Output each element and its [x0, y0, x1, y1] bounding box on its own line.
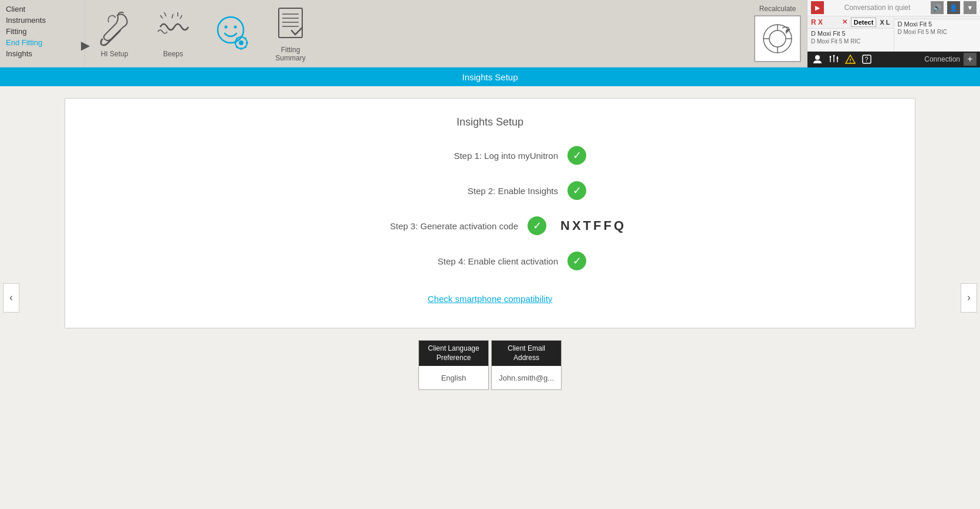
- rx-side: R X ✕ Detect X L D Moxi Fit 5 D Moxi Fit…: [807, 16, 894, 51]
- record-icon[interactable]: ▶: [811, 1, 824, 14]
- email-card-header: Client Email Address: [492, 341, 561, 366]
- right-panel-top: ▶ Conversation in quiet 🔊 👤 ▼: [807, 0, 980, 16]
- email-card-body: John.smith@g...: [492, 366, 561, 389]
- step3-row: Step 3: Generate activation code ✓ NXTFF…: [89, 216, 891, 235]
- volume-icon[interactable]: 🔊: [931, 1, 944, 14]
- fitting-summary-nav[interactable]: FittingSummary: [273, 5, 308, 62]
- hi-setup-label: HI Setup: [101, 50, 129, 58]
- insights-setup-card: Insights Setup Step 1: Log into myUnitro…: [65, 98, 915, 328]
- device-r-sub: D Moxi Fit 5 M RIC: [807, 38, 894, 45]
- right-panel-bottom: ? Connection +: [807, 52, 980, 67]
- language-card-header: Client Language Preference: [419, 341, 488, 366]
- nav-prev-button[interactable]: ‹: [3, 283, 19, 313]
- svg-point-40: [850, 62, 851, 63]
- dropdown-icon[interactable]: ▼: [964, 1, 976, 14]
- main-content: ‹ › Insights Setup Step 1: Log into myUn…: [0, 86, 980, 509]
- svg-point-37: [833, 55, 835, 57]
- recalculate-area[interactable]: Recalculate: [754, 5, 801, 62]
- step2-check: ✓: [567, 181, 586, 200]
- hi-setup-nav[interactable]: HI Setup: [97, 9, 132, 58]
- language-card-body: English: [419, 366, 488, 389]
- recalculate-button[interactable]: [754, 15, 801, 62]
- blue-bar-title: Insights Setup: [462, 72, 518, 82]
- nav-instruments[interactable]: Instruments: [6, 15, 79, 26]
- add-connection-button[interactable]: +: [964, 53, 976, 66]
- svg-point-6: [225, 25, 228, 28]
- step2-row: Step 2: Enable Insights ✓: [89, 181, 891, 200]
- insights-nav[interactable]: [214, 13, 249, 54]
- nav-next-button[interactable]: ›: [961, 283, 977, 313]
- step3-label: Step 3: Generate activation code: [354, 221, 518, 231]
- svg-point-38: [837, 57, 839, 59]
- bottom-section: Client Language Preference English Clien…: [12, 340, 968, 390]
- svg-point-29: [815, 55, 820, 60]
- warning-icon[interactable]: [844, 53, 857, 66]
- rx-header: R X ✕ Detect X L: [807, 16, 894, 29]
- svg-point-7: [234, 25, 237, 28]
- step1-row: Step 1: Log into myUnitron ✓: [89, 146, 891, 165]
- svg-rect-18: [279, 8, 302, 38]
- insights-card-title: Insights Setup: [89, 116, 891, 128]
- lx-label-right: X L: [880, 19, 890, 26]
- svg-line-2: [180, 15, 182, 19]
- beeps-label: Beeps: [163, 50, 183, 58]
- step1-check: ✓: [567, 146, 586, 165]
- device-panel: R X ✕ Detect X L D Moxi Fit 5 D Moxi Fit…: [807, 16, 980, 52]
- blue-bar: Insights Setup: [0, 67, 980, 86]
- email-card: Client Email Address John.smith@g...: [491, 340, 562, 390]
- step3-check: ✓: [528, 216, 546, 235]
- activation-code: NXTFFQ: [560, 218, 626, 233]
- step4-check: ✓: [567, 252, 586, 270]
- rx-label: R X: [811, 18, 823, 26]
- device-r-name: D Moxi Fit 5: [807, 29, 894, 38]
- user-icon[interactable]: 👤: [947, 1, 960, 14]
- svg-line-0: [172, 14, 173, 18]
- fitting-summary-label: FittingSummary: [275, 46, 305, 62]
- step2-label: Step 2: Enable Insights: [394, 186, 558, 196]
- svg-point-9: [239, 40, 244, 45]
- svg-point-36: [830, 56, 832, 58]
- svg-line-3: [164, 12, 166, 16]
- step4-row: Step 4: Enable client activation ✓: [89, 252, 891, 270]
- smartphone-compat-link[interactable]: Check smartphone compatibility: [428, 294, 553, 304]
- connection-label: Connection: [924, 55, 960, 63]
- right-panel: ▶ Conversation in quiet 🔊 👤 ▼ R X ✕ Dete…: [807, 0, 980, 67]
- recalculate-label: Recalculate: [759, 5, 796, 13]
- nav-fitting[interactable]: Fitting: [6, 26, 79, 37]
- left-navigation: Client Instruments Fitting End Fitting I…: [0, 0, 85, 67]
- nav-end-fitting[interactable]: End Fitting: [6, 37, 79, 48]
- lx-side: D Moxi Fit 5 D Moxi Fit 5 M RIC: [894, 16, 981, 51]
- step1-label: Step 1: Log into myUnitron: [394, 151, 558, 161]
- svg-text:?: ?: [865, 56, 869, 63]
- svg-point-5: [218, 17, 244, 43]
- step4-label: Step 4: Enable client activation: [394, 256, 558, 266]
- device-l-sub: D Moxi Fit 5 M RIC: [894, 29, 981, 35]
- equalizer-icon[interactable]: [827, 53, 840, 66]
- detect-button[interactable]: Detect: [851, 18, 877, 27]
- conv-quiet-label: Conversation in quiet: [827, 4, 927, 12]
- rx-close[interactable]: ✕: [842, 18, 847, 26]
- nav-arrow-indicator: ▶: [81, 38, 90, 52]
- nav-insights[interactable]: Insights: [6, 48, 79, 59]
- question-icon[interactable]: ?: [860, 53, 873, 66]
- language-card: Client Language Preference English: [418, 340, 489, 390]
- svg-point-24: [769, 30, 786, 47]
- toolbar-icons: HI Setup Beeps: [85, 5, 754, 62]
- user-bottom-icon[interactable]: [811, 53, 824, 66]
- svg-line-4: [160, 15, 163, 18]
- beeps-nav[interactable]: Beeps: [156, 9, 191, 58]
- nav-client[interactable]: Client: [6, 4, 79, 15]
- check-link-area: Check smartphone compatibility: [89, 294, 891, 304]
- device-l-name: D Moxi Fit 5: [894, 19, 981, 29]
